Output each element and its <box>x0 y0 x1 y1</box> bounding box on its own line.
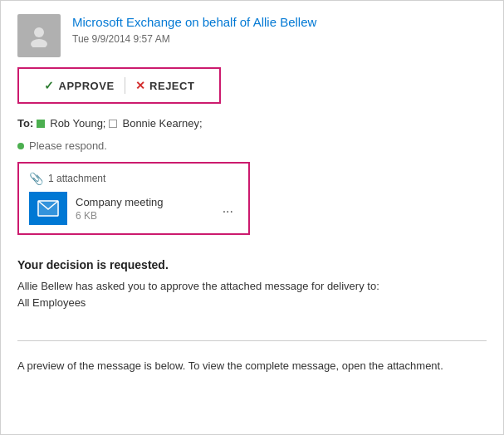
respond-text: Please respond. <box>29 139 107 152</box>
reject-label: REJECT <box>149 80 194 92</box>
email-container: Microsoft Exchange on behalf of Allie Be… <box>0 0 504 435</box>
body-line2: All Employees <box>17 295 487 311</box>
approve-button[interactable]: ✓ APPROVE <box>36 76 123 95</box>
approve-icon: ✓ <box>44 79 55 92</box>
divider <box>17 340 487 341</box>
recipients-row: To: Rob Young; Bonnie Kearney; <box>1 117 503 136</box>
reject-button[interactable]: ✕ REJECT <box>127 76 203 95</box>
body-line1: Allie Bellew has asked you to approve th… <box>17 278 487 295</box>
attachment-header: 📎 1 attachment <box>29 172 238 185</box>
svg-point-0 <box>34 27 44 37</box>
sender-name: Microsoft Exchange on behalf of Allie Be… <box>72 14 316 31</box>
avatar <box>17 14 61 57</box>
attachment-thumbnail <box>29 192 67 225</box>
attachment-item[interactable]: Company meeting 6 KB ... <box>29 192 238 225</box>
sender-info: Microsoft Exchange on behalf of Allie Be… <box>72 14 316 45</box>
to-label: To: <box>17 117 33 130</box>
email-header: Microsoft Exchange on behalf of Allie Be… <box>1 1 503 67</box>
svg-point-1 <box>31 39 47 47</box>
recipient1-name: Rob Young; <box>50 117 105 130</box>
attachment-size: 6 KB <box>76 210 209 222</box>
action-bar: ✓ APPROVE ✕ REJECT <box>17 67 221 104</box>
respond-dot-icon <box>17 143 24 149</box>
email-body: Your decision is requested. Allie Bellew… <box>1 252 503 324</box>
paperclip-icon: 📎 <box>29 172 43 185</box>
body-heading: Your decision is requested. <box>17 258 487 271</box>
approve-label: APPROVE <box>59 80 115 92</box>
recipient2-icon <box>109 120 117 128</box>
attachment-more-button[interactable]: ... <box>218 199 238 218</box>
attachment-info: Company meeting 6 KB <box>76 196 209 222</box>
reject-icon: ✕ <box>135 79 146 92</box>
action-divider <box>125 77 125 94</box>
attachment-section: 📎 1 attachment Company meeting 6 KB ... <box>17 162 250 235</box>
please-respond: Please respond. <box>1 136 503 162</box>
preview-text: A preview of the message is below. To vi… <box>1 358 503 391</box>
attachment-count: 1 attachment <box>48 173 105 184</box>
sender-date: Tue 9/9/2014 9:57 AM <box>72 33 316 45</box>
recipient1-icon <box>37 120 45 128</box>
attachment-name: Company meeting <box>76 196 209 208</box>
recipient2-name: Bonnie Kearney; <box>122 117 202 130</box>
